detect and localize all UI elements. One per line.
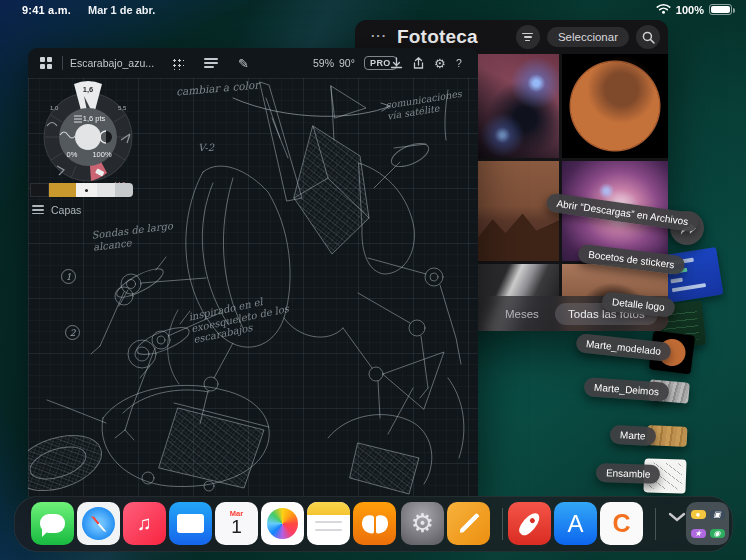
annotation-version: V-2 (198, 142, 214, 154)
dock-app-rocket[interactable] (508, 502, 551, 545)
dock-app-mail[interactable] (169, 502, 212, 545)
dock-app-safari[interactable] (77, 502, 120, 545)
dock-app-photos[interactable] (261, 502, 304, 545)
drag-item-assembly[interactable]: Ensamble (596, 463, 661, 484)
dock-app-messages[interactable] (31, 502, 74, 545)
drag-item-mars[interactable]: Marte (610, 425, 656, 446)
settings-gear-icon[interactable]: ⚙ (434, 48, 446, 78)
svg-text:1,6: 1,6 (83, 85, 93, 94)
swatch-light-gray[interactable] (97, 183, 115, 197)
layers-stack-icon[interactable] (204, 48, 218, 78)
help-icon[interactable]: ? (456, 48, 462, 78)
layers-label: Capas (51, 204, 81, 216)
battery-icon (709, 4, 732, 15)
swatch-black[interactable] (30, 183, 49, 197)
mini-star-icon: ★ (691, 529, 706, 538)
photo-mars-planet[interactable] (562, 54, 668, 158)
rotation-value[interactable]: 90° (339, 48, 355, 78)
mini-camera-icon: ▣ (710, 510, 725, 519)
svg-text:1,0: 1,0 (50, 105, 59, 111)
dock-app-concepts[interactable]: C (600, 502, 643, 545)
photo-mars-landscape[interactable] (478, 161, 559, 261)
zoom-level[interactable]: 59% (313, 48, 334, 78)
dock-app-calendar[interactable]: Mar 1 (215, 502, 258, 545)
sketch-toolbar: Escarabajo_azu... ✎ 59% 90° PRO ⚙ ? (28, 48, 478, 78)
dock-app-books[interactable] (353, 502, 396, 545)
export-share-icon[interactable] (412, 48, 425, 78)
dock-app-settings[interactable]: ⚙ (401, 502, 444, 545)
dock-app-music[interactable]: ♫ (123, 502, 166, 545)
svg-text:1,6 pts: 1,6 pts (83, 114, 106, 123)
photo-horsehead-nebula[interactable] (478, 54, 559, 158)
svg-text:5,5: 5,5 (118, 105, 127, 111)
svg-text:100%: 100% (92, 150, 112, 159)
tab-months[interactable]: Meses (505, 308, 539, 320)
dock-app-notes[interactable] (307, 502, 350, 545)
dock-app-library[interactable]: ●▣★◉ (686, 502, 729, 545)
status-bar: 9:41 a.m. Mar 1 de abr. 100% (0, 0, 746, 20)
photos-flower-icon (267, 508, 298, 539)
calendar-day: 1 (231, 517, 242, 537)
photos-title: Fototeca (397, 26, 478, 48)
import-icon[interactable] (390, 48, 403, 78)
search-icon[interactable] (636, 25, 660, 49)
annotation-number-1: 1 (61, 269, 76, 284)
wifi-icon (656, 3, 671, 16)
window-controls-menu[interactable]: ··· (371, 28, 387, 43)
annotation-number-2: 2 (65, 325, 80, 340)
pen-mode-icon[interactable]: ✎ (238, 48, 249, 78)
sketch-app-window: Escarabajo_azu... ✎ 59% 90° PRO ⚙ ? (28, 48, 478, 497)
layers-icon (32, 203, 44, 216)
dock: ♫ Mar 1 ⚙ A C ●▣★◉ (14, 496, 733, 552)
swatch-white-selected[interactable] (76, 183, 97, 197)
swatch-gold[interactable] (49, 183, 76, 197)
svg-text:0%: 0% (67, 150, 78, 159)
status-time: 9:41 a.m. (22, 4, 71, 16)
dock-app-appstore[interactable]: A (554, 502, 597, 545)
mini-tips-icon: ● (691, 510, 706, 519)
thumbnails-grid-icon[interactable] (171, 48, 184, 78)
battery-percent: 100% (676, 4, 704, 16)
filter-icon[interactable] (516, 25, 540, 49)
gallery-grid-icon[interactable] (40, 48, 52, 78)
status-date: Mar 1 de abr. (88, 4, 155, 16)
drawing-canvas[interactable]: cambiar a color comunicaciones vía satél… (28, 78, 478, 497)
select-button[interactable]: Seleccionar (547, 27, 629, 47)
document-title[interactable]: Escarabajo_azu... (70, 48, 154, 78)
swatch-gray[interactable] (115, 183, 133, 197)
layers-panel-toggle[interactable]: Capas (32, 203, 81, 216)
color-swatch-bar[interactable] (30, 183, 133, 197)
mini-green-icon: ◉ (710, 529, 725, 538)
dock-app-pen-tool[interactable] (447, 502, 490, 545)
